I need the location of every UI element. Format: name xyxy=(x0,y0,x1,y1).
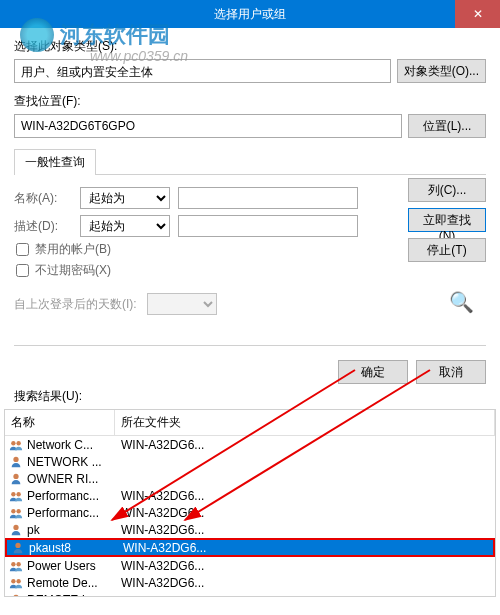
desc-op-select[interactable]: 起始为 xyxy=(80,215,170,237)
svg-point-12 xyxy=(11,579,15,583)
title-bar: 选择用户或组 ✕ xyxy=(0,0,500,28)
list-item[interactable]: REMOTE I... xyxy=(5,591,495,597)
row-name: Performanc... xyxy=(27,506,121,520)
list-item[interactable]: NETWORK ... xyxy=(5,453,495,470)
person-icon xyxy=(9,523,25,537)
list-item[interactable]: OWNER RI... xyxy=(5,470,495,487)
col-name[interactable]: 名称 xyxy=(5,410,115,435)
window-title: 选择用户或组 xyxy=(214,6,286,23)
row-name: OWNER RI... xyxy=(27,472,121,486)
close-button[interactable]: ✕ xyxy=(455,0,500,28)
svg-point-1 xyxy=(16,441,20,445)
results-list[interactable]: 名称 所在文件夹 Network C...WIN-A32DG6...NETWOR… xyxy=(4,409,496,597)
svg-point-2 xyxy=(13,456,18,461)
list-item[interactable]: Power UsersWIN-A32DG6... xyxy=(5,557,495,574)
name-label: 名称(A): xyxy=(14,190,72,207)
desc-input[interactable] xyxy=(178,215,358,237)
row-name: REMOTE I... xyxy=(27,593,121,598)
row-folder: WIN-A32DG6... xyxy=(123,541,489,555)
row-folder: WIN-A32DG6... xyxy=(121,523,491,537)
list-item[interactable]: Remote De...WIN-A32DG6... xyxy=(5,574,495,591)
object-type-field: 用户、组或内置安全主体 xyxy=(14,59,391,83)
row-folder: WIN-A32DG6... xyxy=(121,576,491,590)
row-name: NETWORK ... xyxy=(27,455,121,469)
object-type-button[interactable]: 对象类型(O)... xyxy=(397,59,486,83)
row-name: pkaust8 xyxy=(29,541,123,555)
row-name: pk xyxy=(27,523,121,537)
disabled-accounts-check[interactable]: 禁用的帐户(B) xyxy=(16,241,392,258)
person-icon xyxy=(9,455,25,469)
tab-general-query[interactable]: 一般性查询 xyxy=(14,149,96,175)
svg-point-7 xyxy=(16,509,20,513)
location-label: 查找位置(F): xyxy=(14,93,486,110)
svg-point-10 xyxy=(11,562,15,566)
days-label: 自上次登录后的天数(I): xyxy=(14,296,137,313)
svg-point-6 xyxy=(11,509,15,513)
desc-label: 描述(D): xyxy=(14,218,72,235)
list-item[interactable]: pkWIN-A32DG6... xyxy=(5,521,495,538)
row-name: Remote De... xyxy=(27,576,121,590)
person-icon xyxy=(11,541,27,555)
name-op-select[interactable]: 起始为 xyxy=(80,187,170,209)
results-label: 搜索结果(U): xyxy=(0,384,500,407)
group-icon xyxy=(9,438,25,452)
svg-point-8 xyxy=(13,524,18,529)
checkbox-noexpire[interactable] xyxy=(16,264,29,277)
noexpire-password-check[interactable]: 不过期密码(X) xyxy=(16,262,392,279)
list-header: 名称 所在文件夹 xyxy=(5,410,495,436)
svg-point-3 xyxy=(13,473,18,478)
row-name: Performanc... xyxy=(27,489,121,503)
row-folder: WIN-A32DG6... xyxy=(121,489,491,503)
row-folder: WIN-A32DG6... xyxy=(121,506,491,520)
svg-point-14 xyxy=(13,594,18,597)
group-icon xyxy=(9,576,25,590)
cancel-button[interactable]: 取消 xyxy=(416,360,486,384)
svg-point-4 xyxy=(11,492,15,496)
row-folder: WIN-A32DG6... xyxy=(121,559,491,573)
list-item[interactable]: pkaust8WIN-A32DG6... xyxy=(5,538,495,557)
svg-point-13 xyxy=(16,579,20,583)
find-now-button[interactable]: 立即查找(N) xyxy=(408,208,486,232)
group-icon xyxy=(9,489,25,503)
columns-button[interactable]: 列(C)... xyxy=(408,178,486,202)
svg-point-5 xyxy=(16,492,20,496)
location-button[interactable]: 位置(L)... xyxy=(408,114,486,138)
col-folder[interactable]: 所在文件夹 xyxy=(115,410,495,435)
close-icon: ✕ xyxy=(473,7,483,21)
person-icon xyxy=(9,593,25,598)
search-icon: 🔍 xyxy=(449,290,474,314)
object-type-label: 选择此对象类型(S): xyxy=(14,38,486,55)
list-item[interactable]: Performanc...WIN-A32DG6... xyxy=(5,504,495,521)
person-icon xyxy=(9,472,25,486)
location-field: WIN-A32DG6T6GPO xyxy=(14,114,402,138)
days-select xyxy=(147,293,217,315)
list-item[interactable]: Performanc...WIN-A32DG6... xyxy=(5,487,495,504)
group-icon xyxy=(9,559,25,573)
row-name: Power Users xyxy=(27,559,121,573)
group-icon xyxy=(9,506,25,520)
ok-button[interactable]: 确定 xyxy=(338,360,408,384)
row-name: Network C... xyxy=(27,438,121,452)
svg-point-9 xyxy=(15,542,20,547)
stop-button[interactable]: 停止(T) xyxy=(408,238,486,262)
svg-point-0 xyxy=(11,441,15,445)
list-item[interactable]: Network C...WIN-A32DG6... xyxy=(5,436,495,453)
row-folder: WIN-A32DG6... xyxy=(121,438,491,452)
checkbox-disabled[interactable] xyxy=(16,243,29,256)
name-input[interactable] xyxy=(178,187,358,209)
tabs: 一般性查询 xyxy=(14,148,486,175)
svg-point-11 xyxy=(16,562,20,566)
